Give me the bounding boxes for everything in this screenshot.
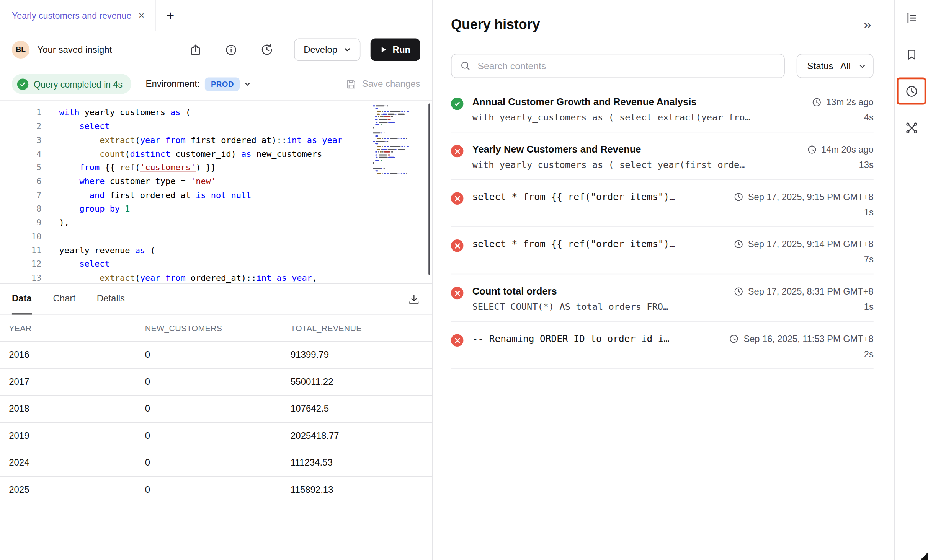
table-row[interactable]: 201902025418.77	[0, 423, 432, 449]
search-box[interactable]	[451, 54, 785, 78]
column-header-new-customers: NEW_CUSTOMERS	[145, 324, 291, 332]
table-cell: 111234.53	[291, 457, 432, 468]
history-item[interactable]: Yearly New Customers and Revenue14m 20s …	[451, 132, 874, 180]
tab-data[interactable]: Data	[12, 284, 32, 314]
table-row[interactable]: 20170550011.22	[0, 369, 432, 396]
panel-list-icon[interactable]	[899, 5, 925, 31]
history-item[interactable]: -- Renaming ORDER_ID to order_id i…Sep 1…	[451, 322, 874, 369]
bookmark-icon[interactable]	[899, 41, 925, 67]
editor-scrollbar[interactable]	[428, 104, 430, 275]
version-history-icon	[260, 43, 273, 56]
saved-insight-label: Your saved insight	[37, 44, 112, 55]
chevron-down-icon	[859, 62, 866, 70]
avatar[interactable]: BL	[12, 41, 29, 59]
save-changes-button[interactable]: Save changes	[345, 78, 420, 90]
table-cell: 2018	[0, 404, 145, 414]
results-table: YEAR NEW_CUSTOMERS TOTAL_REVENUE 2016091…	[0, 315, 432, 503]
tab-details[interactable]: Details	[97, 284, 125, 314]
clock-icon	[734, 192, 743, 202]
chevron-down-icon	[244, 80, 251, 88]
table-cell: 91399.79	[291, 350, 432, 360]
app-window: Yearly customers and revenue × + BL Your…	[0, 0, 928, 560]
close-icon[interactable]: ×	[139, 10, 144, 20]
history-item-snippet: with yearly_customers as ( select extrac…	[472, 112, 812, 123]
clock-icon	[734, 287, 743, 296]
table-row[interactable]: 20180107642.5	[0, 396, 432, 422]
play-icon	[380, 46, 387, 54]
history-item-snippet	[472, 254, 734, 265]
status-error-icon	[451, 192, 463, 204]
history-item-duration: 7s	[734, 254, 874, 265]
table-cell: 2019	[0, 430, 145, 441]
status-error-icon	[451, 287, 463, 299]
tab-title: Yearly customers and revenue	[12, 10, 131, 20]
sql-editor[interactable]: 12345678910111213 with yearly_customers …	[0, 101, 432, 284]
indent-guide	[60, 120, 60, 216]
query-history-icon[interactable]	[900, 80, 923, 103]
status-error-icon	[451, 145, 463, 157]
history-item-time: Sep 17, 2025, 8:31 PM GMT+8	[734, 286, 874, 297]
editor-pane: Yearly customers and revenue × + BL Your…	[0, 0, 433, 560]
table-cell: 550011.22	[291, 376, 432, 387]
clock-icon	[807, 145, 817, 154]
history-item-snippet	[472, 349, 730, 360]
history-item-snippet: with yearly_customers as ( select year(f…	[472, 160, 807, 170]
history-list: Annual Customer Growth and Revenue Analy…	[451, 85, 874, 369]
history-item-duration: 13s	[807, 160, 874, 170]
search-input[interactable]	[478, 60, 776, 71]
history-item-title: select * from {{ ref("order_items")…	[472, 191, 734, 202]
lineage-icon[interactable]	[899, 115, 925, 141]
active-tool-highlight	[897, 78, 926, 105]
history-item-duration: 2s	[729, 349, 873, 360]
share-button[interactable]	[190, 44, 202, 56]
version-history-button[interactable]	[260, 43, 273, 56]
editor-tabbar: Yearly customers and revenue × +	[0, 0, 432, 31]
history-item[interactable]: Count total ordersSep 17, 2025, 8:31 PM …	[451, 274, 874, 322]
table-cell: 0	[145, 376, 291, 387]
table-row[interactable]: 20240111234.53	[0, 449, 432, 476]
tab-chart[interactable]: Chart	[53, 284, 76, 314]
table-row[interactable]: 20250115892.13	[0, 476, 432, 503]
table-cell: 0	[145, 457, 291, 468]
status-error-icon	[451, 334, 463, 346]
history-item[interactable]: select * from {{ ref("order_items")…Sep …	[451, 180, 874, 227]
insight-header: BL Your saved insight Develop	[0, 31, 432, 68]
develop-dropdown[interactable]: Develop	[294, 38, 361, 61]
table-cell: 0	[145, 350, 291, 360]
status-filter-dropdown[interactable]: Status All	[797, 54, 874, 78]
info-button[interactable]	[225, 44, 237, 56]
table-row[interactable]: 2016091399.79	[0, 342, 432, 369]
environment-badge: PROD	[205, 77, 240, 91]
run-button[interactable]: Run	[371, 38, 420, 61]
new-tab-button[interactable]: +	[166, 8, 174, 22]
query-history-panel: Query history » Status All Annual Custom…	[433, 0, 894, 560]
table-cell: 115892.13	[291, 484, 432, 495]
results-tabbar: Data Chart Details	[0, 284, 432, 315]
history-item[interactable]: Annual Customer Growth and Revenue Analy…	[451, 85, 874, 133]
resize-corner-handle[interactable]	[920, 552, 928, 560]
history-item-time: Sep 17, 2025, 9:14 PM GMT+8	[734, 238, 874, 249]
search-icon	[460, 60, 471, 72]
table-body: 2016091399.7920170550011.2220180107642.5…	[0, 342, 432, 503]
table-cell: 2025418.77	[291, 430, 432, 441]
history-item-time: 14m 20s ago	[807, 144, 874, 155]
history-item-title: Yearly New Customers and Revenue	[472, 144, 807, 155]
table-cell: 2025	[0, 484, 145, 495]
environment-selector[interactable]: Environment: PROD	[145, 77, 251, 91]
table-cell: 0	[145, 430, 291, 441]
history-item-snippet	[472, 207, 734, 218]
download-button[interactable]	[408, 293, 420, 305]
clock-icon	[729, 334, 739, 343]
history-item-snippet: SELECT COUNT(*) AS total_orders FRO…	[472, 301, 734, 312]
status-success-icon	[451, 98, 463, 110]
right-rail	[894, 0, 928, 560]
history-item[interactable]: select * from {{ ref("order_items")…Sep …	[451, 227, 874, 275]
clock-icon	[734, 239, 743, 249]
history-item-time: Sep 17, 2025, 9:15 PM GMT+8	[734, 191, 874, 202]
editor-minimap[interactable]	[373, 105, 422, 176]
history-item-duration: 4s	[812, 112, 874, 123]
history-item-title: Count total orders	[472, 286, 734, 297]
tab-yearly-customers-and-revenue[interactable]: Yearly customers and revenue ×	[0, 0, 156, 31]
table-cell: 0	[145, 484, 291, 495]
collapse-panel-icon[interactable]: »	[861, 18, 874, 32]
